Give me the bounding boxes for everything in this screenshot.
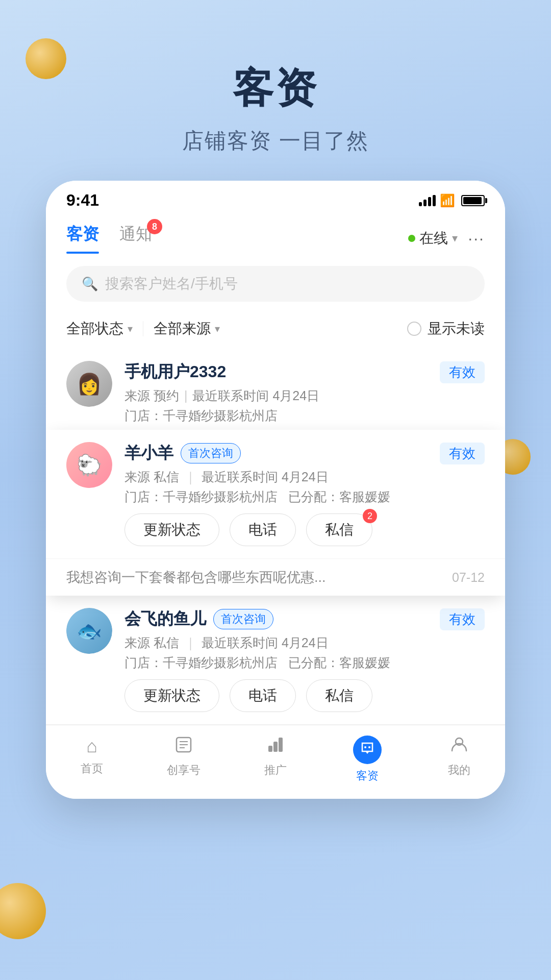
customer-meta-3: 来源 私信 ｜ 最近联系时间 4月24日 [124,634,485,651]
svg-rect-4 [268,746,272,752]
hero-subtitle: 店铺客资 一目了然 [0,127,551,155]
home-icon: ⌂ [86,736,97,757]
customer-info-2: 羊小羊 首次咨询 有效 来源 私信 ｜ 最近联系时间 4月24日 门店：千寻婚纱… [124,442,485,546]
nav-kezi-label: 客资 [356,768,379,783]
filter-divider [143,321,143,336]
customer-store-3: 门店：千寻婚纱摄影杭州店 已分配：客服媛媛 [124,654,485,671]
filter-source[interactable]: 全部来源 ▾ [154,319,220,338]
nav-mine-label: 我的 [448,763,470,778]
kezi-icon [360,741,375,760]
phone-screen: 9:41 📶 客资 通知 8 [46,181,505,799]
svg-rect-6 [279,738,283,752]
avatar-1: 👩 [66,361,112,407]
status-bar: 9:41 📶 [46,181,505,215]
nav-mine[interactable]: 我的 [413,736,505,783]
last-message-2: 我想咨询一下套餐都包含哪些东西呢优惠... 07-12 [46,558,505,596]
customer-name-1: 手机用户2332 [124,361,226,383]
phone-call-button[interactable]: 电话 [230,513,296,546]
message-badge: 2 [363,509,377,523]
customer-name-2: 羊小羊 [124,442,173,464]
chevron-down-icon: ▾ [215,323,220,335]
nav-kezi[interactable]: 客资 [321,736,413,783]
chevron-down-icon: ▾ [452,232,458,245]
customer-name-3: 会飞的鱼儿 [124,608,206,630]
message-text-2: 我想咨询一下套餐都包含哪些东西呢优惠... [66,568,326,586]
featured-card: 🐑 羊小羊 首次咨询 有效 来源 私信 ｜ 最近联系时间 4月24日 门店：千寻… [46,430,505,596]
avatar-2: 🐑 [66,442,112,488]
filter-status[interactable]: 全部状态 ▾ [66,319,133,338]
nav-tuiguang-label: 推广 [264,763,287,778]
svg-rect-5 [273,742,278,752]
deco-ball-top-left [26,38,66,79]
action-buttons-3: 更新状态 电话 私信 [124,679,485,712]
first-consult-tag-3: 首次咨询 [213,609,273,629]
hero-section: 客资 店铺客资 一目了然 [0,0,551,181]
message-time-2: 07-12 [452,570,485,585]
more-button[interactable]: ··· [468,229,485,248]
valid-tag-2: 有效 [440,443,485,464]
chevron-down-icon: ▾ [128,323,133,335]
status-time: 9:41 [66,191,99,210]
message-button[interactable]: 私信 2 [306,513,372,546]
phone-call-button-3[interactable]: 电话 [230,679,296,712]
svg-point-7 [364,746,366,748]
customer-info-1: 手机用户2332 有效 来源 预约 | 最近联系时间 4月24日 门店：千寻婚纱… [124,361,485,427]
kezi-active-circle [353,736,382,764]
notification-badge: 8 [147,219,162,234]
mine-icon [450,736,468,758]
customer-item-3[interactable]: 🐟 会飞的鱼儿 首次咨询 有效 来源 私信 ｜ 最近联系时间 4月24日 门店：… [46,596,505,725]
nav-home[interactable]: ⌂ 首页 [46,736,138,783]
signal-icon [419,195,436,206]
phone-mockup: 9:41 📶 客资 通知 8 [46,181,505,799]
battery-icon [461,195,485,206]
customer-store-1: 门店：千寻婚纱摄影杭州店 [124,407,485,424]
customer-meta-2: 来源 私信 ｜ 最近联系时间 4月24日 [124,469,485,485]
nav-tuiguang[interactable]: 推广 [230,736,321,783]
search-input[interactable]: 搜索客户姓名/手机号 [105,274,238,293]
bottom-nav: ⌂ 首页 创享号 [46,725,505,799]
nav-chuanghao[interactable]: 创享号 [138,736,230,783]
chuanghao-icon [174,736,193,758]
message-button-3[interactable]: 私信 [306,679,372,712]
nav-chuanghao-label: 创享号 [167,763,201,778]
header-right: 在线 ▾ ··· [408,229,485,248]
tab-kezi[interactable]: 客资 [66,223,99,254]
first-consult-tag-2: 首次咨询 [181,443,241,463]
customer-meta-1: 来源 预约 | 最近联系时间 4月24日 [124,387,485,404]
update-status-button[interactable]: 更新状态 [124,513,219,546]
filter-bar: 全部状态 ▾ 全部来源 ▾ 显示未读 [46,314,505,349]
online-dot [408,235,415,242]
filter-unread[interactable]: 显示未读 [407,319,485,338]
svg-point-8 [368,746,370,748]
status-icons: 📶 [419,193,485,208]
customer-store-2: 门店：千寻婚纱摄影杭州店 已分配：客服媛媛 [124,488,485,505]
customer-item-1[interactable]: 👩 手机用户2332 有效 来源 预约 | 最近联系时间 4月24日 门店：千寻… [46,349,505,440]
action-buttons-2: 更新状态 电话 私信 2 [124,513,485,546]
tab-tongzhi[interactable]: 通知 8 [119,223,152,254]
valid-tag-3: 有效 [440,608,485,630]
online-status[interactable]: 在线 ▾ [408,229,458,248]
customer-info-3: 会飞的鱼儿 首次咨询 有效 来源 私信 ｜ 最近联系时间 4月24日 门店：千寻… [124,608,485,712]
app-header: 客资 通知 8 在线 ▾ ··· [46,215,505,254]
valid-tag-1: 有效 [440,361,485,383]
deco-ball-bottom-left [0,883,46,939]
customer-item-2[interactable]: 🐑 羊小羊 首次咨询 有效 来源 私信 ｜ 最近联系时间 4月24日 门店：千寻… [46,430,505,558]
tuiguang-icon [266,736,285,758]
avatar-3: 🐟 [66,608,112,654]
update-status-button-3[interactable]: 更新状态 [124,679,219,712]
wifi-icon: 📶 [440,193,455,208]
hero-title: 客资 [0,61,551,116]
search-box[interactable]: 🔍 搜索客户姓名/手机号 [66,266,485,302]
nav-home-label: 首页 [81,761,103,776]
unread-radio[interactable] [407,322,421,336]
search-icon: 🔍 [82,276,98,292]
search-area: 🔍 搜索客户姓名/手机号 [46,254,505,314]
